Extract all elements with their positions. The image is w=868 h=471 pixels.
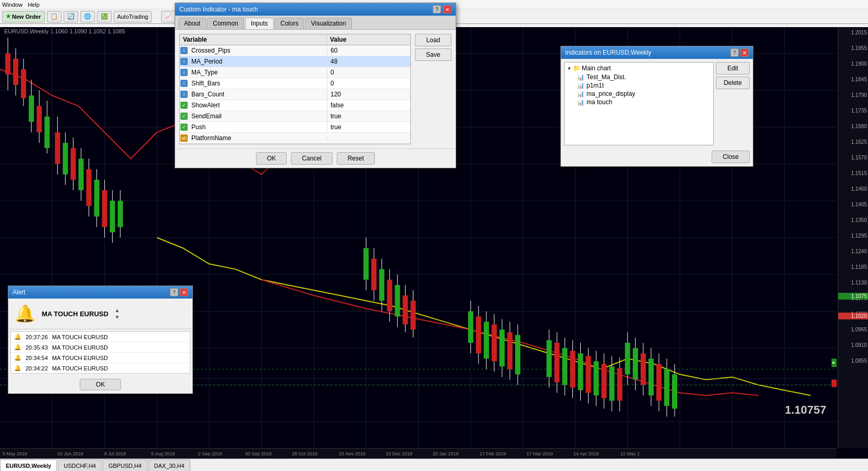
indicators-help-button[interactable]: ? bbox=[730, 48, 739, 57]
indicators-close-button[interactable]: Close bbox=[712, 151, 750, 163]
new-order-button[interactable]: ★ New Order bbox=[2, 11, 45, 22]
svg-rect-75 bbox=[633, 348, 638, 380]
svg-rect-85 bbox=[672, 375, 677, 409]
alert-time-4: 20:34:22 bbox=[26, 365, 48, 371]
custom-indicator-title: Custom Indicator - ma touch bbox=[179, 6, 258, 13]
svg-rect-39 bbox=[44, 117, 50, 148]
table-row[interactable]: i Bars_Count 120 bbox=[180, 89, 410, 100]
table-row[interactable]: i MA_Period 48 bbox=[180, 56, 410, 67]
tree-item-2[interactable]: 📊 p1m1t bbox=[577, 81, 711, 90]
autotrade-button[interactable]: AutoTrading bbox=[114, 11, 152, 22]
button-panel: Load Save bbox=[415, 34, 451, 144]
row-value-send-email[interactable]: true bbox=[327, 111, 410, 121]
edit-button[interactable]: Edit bbox=[716, 62, 750, 75]
svg-rect-33 bbox=[21, 69, 26, 98]
toolbar-btn-4[interactable]: 💹 bbox=[97, 11, 112, 22]
row-icon-2: i bbox=[180, 58, 189, 65]
chart-tab-bar: EURUSD,Weekly USDCHF,H4 GBPUSD,H4 DAX_30… bbox=[0, 458, 868, 471]
tab-common[interactable]: Common bbox=[207, 18, 244, 29]
table-row[interactable]: ✓ ShowAlert false bbox=[180, 100, 410, 111]
alert-title-text: Alert bbox=[13, 289, 26, 296]
table-row[interactable]: ✓ Push true bbox=[180, 122, 410, 133]
date-10: 20 Jan 2019 bbox=[433, 451, 459, 456]
svg-rect-119 bbox=[617, 368, 622, 401]
date-5: 2 Sep 2018 bbox=[198, 451, 222, 456]
date-axis: 5 May 2018 10 Jun 2018 8 Jul 2018 5 Aug … bbox=[0, 448, 837, 458]
row-value-platform-name[interactable] bbox=[327, 137, 410, 140]
alert-list-row[interactable]: 🔔 20:35:43 MA TOUCH EURUSD bbox=[11, 342, 190, 353]
alert-list-row[interactable]: 🔔 20:37:26 MA TOUCH EURUSD bbox=[11, 332, 190, 342]
tab-inputs[interactable]: Inputs bbox=[245, 18, 274, 29]
svg-rect-47 bbox=[78, 159, 83, 191]
alert-close-button[interactable]: ✕ bbox=[180, 288, 188, 296]
load-button[interactable]: Load bbox=[415, 34, 451, 46]
tree-item-label-3: ma_price_display bbox=[586, 90, 635, 97]
toolbar-btn-2[interactable]: 🔄 bbox=[64, 11, 78, 22]
price-label-14: 1.1295 bbox=[851, 233, 867, 239]
price-label-17: 1.1130 bbox=[851, 280, 867, 286]
ok-button[interactable]: OK bbox=[256, 152, 287, 165]
dialog-close-button[interactable]: ✕ bbox=[443, 5, 451, 14]
toolbar-btn-3[interactable]: 🌐 bbox=[80, 11, 95, 22]
table-row[interactable]: i Crossed_Pips 60 bbox=[180, 45, 410, 56]
tree-root-label: Main chart bbox=[582, 65, 611, 72]
tab-eurusd-weekly[interactable]: EURUSD,Weekly bbox=[0, 460, 57, 471]
tab-dax30-h4[interactable]: DAX_30,H4 bbox=[149, 460, 190, 471]
row-value-shift-bars[interactable]: 0 bbox=[327, 78, 410, 89]
svg-text:●: ● bbox=[832, 360, 835, 365]
svg-rect-45 bbox=[70, 148, 76, 180]
scroll-down[interactable]: ▼ bbox=[115, 314, 120, 320]
table-row[interactable]: i MA_Type 0 bbox=[180, 67, 410, 78]
row-value-show-alert[interactable]: false bbox=[327, 100, 410, 110]
scroll-up[interactable]: ▲ bbox=[115, 307, 120, 313]
reset-button[interactable]: Reset bbox=[337, 152, 375, 165]
alert-help-button[interactable]: ? bbox=[170, 288, 178, 296]
svg-rect-37 bbox=[36, 106, 42, 133]
tab-about[interactable]: About bbox=[178, 18, 206, 29]
row-value-ma-period[interactable]: 48 bbox=[327, 56, 410, 67]
cancel-button[interactable]: Cancel bbox=[291, 152, 332, 165]
svg-rect-41 bbox=[55, 132, 60, 164]
tab-visualization[interactable]: Visualization bbox=[305, 18, 351, 29]
dialog-help-button[interactable]: ? bbox=[433, 5, 441, 14]
table-row[interactable]: ab PlatformName bbox=[180, 133, 410, 144]
date-14: 12 May 2 bbox=[620, 451, 640, 456]
table-row[interactable]: ✓ SendEmail true bbox=[180, 111, 410, 122]
tree-item-1[interactable]: 📊 Test_Ma_Dist. bbox=[577, 73, 711, 81]
toolbar-chart-btn[interactable]: 📈 bbox=[161, 11, 176, 22]
tree-item-icon-2: 📊 bbox=[577, 82, 584, 89]
alert-list-row[interactable]: 🔔 20:34:54 MA TOUCH EURUSD bbox=[11, 353, 190, 363]
alert-row-icon-4: 🔔 bbox=[14, 365, 21, 371]
tree-item-4[interactable]: 📊 ma touch bbox=[577, 98, 711, 106]
indicators-tree: ▼ 📁 Main chart 📊 Test_Ma_Dist. 📊 p1m1t 📊… bbox=[564, 62, 714, 145]
scroll-controls: ▲ ▼ bbox=[115, 307, 122, 320]
save-button[interactable]: Save bbox=[415, 48, 451, 61]
row-name-crossed-pips: Crossed_Pips bbox=[189, 45, 327, 56]
table-row[interactable]: i Shift_Bars 0 bbox=[180, 78, 410, 89]
row-value-crossed-pips[interactable]: 60 bbox=[327, 45, 410, 56]
indicators-close-x-button[interactable]: ✕ bbox=[740, 48, 749, 57]
price-label-6: 1.1735 bbox=[851, 108, 867, 114]
menu-window[interactable]: Window bbox=[2, 2, 22, 8]
price-label-4: 1.1845 bbox=[851, 77, 867, 82]
date-9: 23 Dec 2018 bbox=[386, 451, 412, 456]
row-value-ma-type[interactable]: 0 bbox=[327, 67, 410, 78]
row-value-bars-count[interactable]: 120 bbox=[327, 89, 410, 100]
price-label-9: 1.1570 bbox=[851, 155, 867, 160]
delete-button[interactable]: Delete bbox=[716, 77, 750, 89]
date-2: 10 Jun 2018 bbox=[57, 451, 83, 456]
date-11: 17 Feb 2019 bbox=[480, 451, 506, 456]
tab-colors[interactable]: Colors bbox=[275, 18, 304, 29]
row-icon-5: i bbox=[180, 91, 189, 98]
row-value-push[interactable]: true bbox=[327, 122, 410, 132]
svg-rect-91 bbox=[484, 322, 489, 359]
toolbar-btn-1[interactable]: 📋 bbox=[47, 11, 62, 22]
tree-expand-icon[interactable]: ▼ bbox=[567, 66, 572, 71]
tree-item-3[interactable]: 📊 ma_price_display bbox=[577, 90, 711, 98]
tab-gbpusd-h4[interactable]: GBPUSD,H4 bbox=[103, 460, 148, 471]
alert-list-row[interactable]: 🔔 20:34:22 MA TOUCH EURUSD bbox=[11, 363, 190, 373]
alert-ok-button[interactable]: OK bbox=[80, 379, 121, 390]
menu-help[interactable]: Help bbox=[28, 2, 40, 8]
tab-usdchf-h4[interactable]: USDCHF,H4 bbox=[58, 460, 102, 471]
svg-rect-49 bbox=[87, 169, 92, 206]
